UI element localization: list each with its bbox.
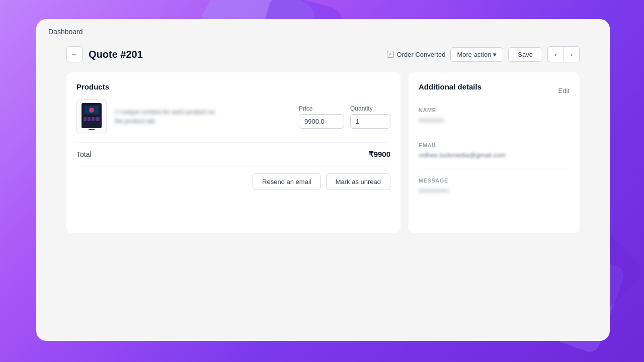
email-value: vidhee.luckmedia@gmail.com [419,151,570,159]
top-bar-left: ← Quote #201 [66,46,143,62]
top-bar-right: ✓ Order Converted More action ▾ Save ‹ › [387,46,580,62]
back-button[interactable]: ← [66,46,83,62]
order-converted-icon: ✓ [387,51,394,58]
resend-email-button[interactable]: Resend an email [253,173,321,190]
products-card: Products [66,72,400,233]
svg-rect-6 [92,117,95,121]
price-field-group: Price [299,105,344,129]
svg-rect-10 [89,129,95,130]
message-value: lalalalalala [419,187,570,194]
email-field: EMAIL vidhee.luckmedia@gmail.com [419,142,570,168]
back-icon: ← [71,50,78,58]
order-converted-label: Order Converted [397,51,446,58]
product-description: I I unique content for each product on t… [115,108,291,126]
top-bar: ← Quote #201 ✓ Order Converted More acti… [66,40,580,72]
product-row: I I unique content for each product on t… [76,99,390,143]
order-converted-status: ✓ Order Converted [387,51,446,58]
nav-buttons: ‹ › [547,46,580,62]
svg-rect-7 [96,117,100,121]
quantity-input[interactable] [350,114,390,129]
price-quantity-group: Price Quantity [299,105,390,129]
edit-link[interactable]: Edit [558,87,570,95]
save-button[interactable]: Save [508,47,542,62]
additional-details-title: Additional details [419,82,481,91]
total-amount: ₹9900 [369,150,390,159]
page-content: ← Quote #201 ✓ Order Converted More acti… [36,40,610,233]
email-label: EMAIL [419,142,570,148]
product-image [76,99,107,134]
mark-unread-button[interactable]: Mark as unread [326,173,390,190]
chevron-down-icon: ▾ [493,51,497,58]
total-row: Total ₹9900 [76,143,390,166]
message-label: MESSAGE [419,177,570,184]
total-label: Total [76,150,92,158]
action-buttons: Resend an email Mark as unread [76,166,390,190]
main-layout: Products [66,72,580,233]
svg-rect-5 [88,117,91,121]
page-title: Quote #201 [89,49,143,60]
quantity-field-group: Quantity [350,105,390,129]
nav-next-button[interactable]: › [564,46,580,62]
product-desc-text: I I unique content for each product on t… [115,108,291,126]
svg-rect-4 [84,117,87,121]
more-action-button[interactable]: More action ▾ [450,47,503,62]
quantity-label: Quantity [350,105,390,112]
additional-details-card: Additional details Edit NAME lalalalala … [409,72,580,233]
price-label: Price [299,105,344,112]
message-field: MESSAGE lalalalalala [419,177,570,203]
products-card-title: Products [76,82,390,91]
more-action-label: More action [457,51,491,58]
svg-point-3 [89,108,94,113]
product-image-svg [79,102,104,131]
main-card: Dashboard ← Quote #201 ✓ Order Converted… [36,19,610,341]
dashboard-title: Dashboard [48,28,83,36]
price-input[interactable] [299,114,344,129]
dashboard-header: Dashboard [36,19,610,40]
name-field: NAME lalalalala [419,107,570,133]
details-header: Additional details Edit [419,82,570,99]
svg-rect-9 [85,123,99,125]
name-label: NAME [419,107,570,113]
name-value: lalalalala [419,116,570,124]
nav-prev-button[interactable]: ‹ [547,46,564,62]
